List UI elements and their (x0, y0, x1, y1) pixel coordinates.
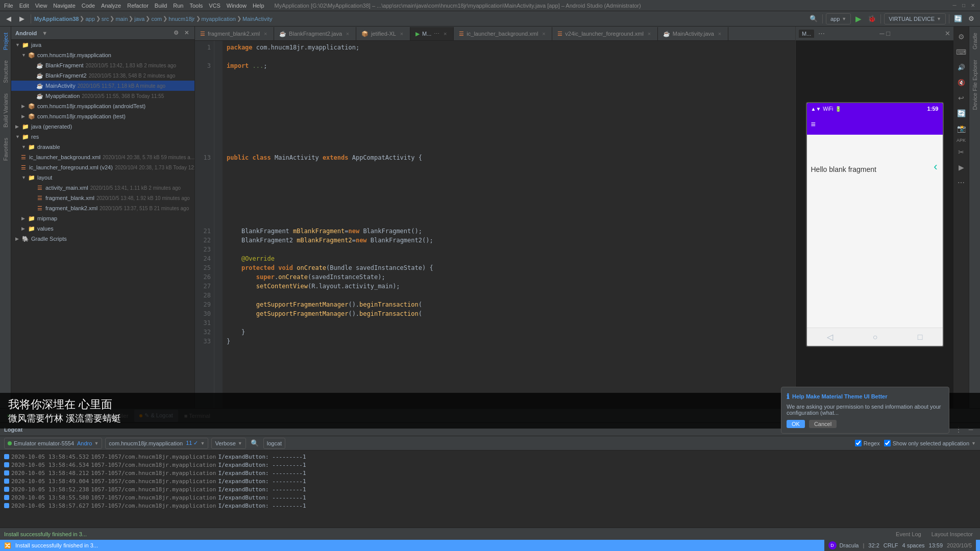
menu-file[interactable]: File (4, 3, 13, 9)
tab-close-6[interactable]: × (646, 31, 652, 37)
toolbar-back[interactable]: ◀ (3, 13, 14, 24)
tree-res-folder[interactable]: ▼ 📁 res (11, 132, 194, 142)
tree-drawable[interactable]: ▼ 📁 drawable (11, 142, 194, 152)
show-only-selected-group[interactable]: Show only selected application ▼ (884, 440, 976, 446)
emulator-minimize[interactable]: ─ (879, 30, 884, 37)
breadcrumb-project[interactable]: MyApplication38 (34, 16, 79, 22)
breadcrumb-com[interactable]: com (151, 16, 162, 22)
toolbar-sync[interactable]: 🔄 (952, 13, 964, 24)
tab-blank-fragment2-java[interactable]: ☕ BlankFragment2.java × (274, 27, 356, 40)
emu-ctrl-more[interactable]: ⋯ (955, 177, 967, 189)
project-panel-close[interactable]: ✕ (182, 29, 190, 37)
tab-main-activity-java[interactable]: ☕ MainActivity.java × (658, 27, 728, 40)
tree-blank-fragment[interactable]: ☕ BlankFragment 2020/10/5 13:42, 1.83 kB… (11, 60, 194, 70)
event-log-button[interactable]: Event Log (893, 530, 924, 538)
tab-close-4[interactable]: × (442, 31, 448, 37)
show-only-checkbox[interactable] (884, 440, 891, 446)
menu-refactor[interactable]: Refactor (127, 3, 149, 9)
emu-ctrl-volume-down[interactable]: 🔇 (955, 77, 967, 89)
emu-back-btn[interactable]: ‹ (934, 160, 937, 173)
tree-package-main[interactable]: ▼ 📦 com.hnucm18jr.myapplication (11, 50, 194, 60)
maximize-button[interactable]: □ (961, 3, 967, 9)
toolbar-search[interactable]: 🔍 (808, 13, 819, 24)
tree-java-folder[interactable]: ▼ 📁 java (11, 40, 194, 50)
device-dropdown[interactable]: VIRTUAL DEVICE ▼ (884, 13, 946, 24)
tree-ic-launcher-bg[interactable]: ☰ ic_launcher_background.xml 2020/10/4 2… (11, 152, 194, 162)
code-editor[interactable]: package com.hnucm18jr.myapplication; imp… (223, 41, 795, 408)
menu-code[interactable]: Code (82, 3, 95, 9)
tab-close-3[interactable]: × (399, 31, 405, 37)
emu-ctrl-screenshot[interactable]: 📸 (955, 122, 967, 135)
breadcrumb-main[interactable]: main (115, 16, 128, 22)
menu-view[interactable]: View (35, 3, 47, 9)
menu-build[interactable]: Build (155, 3, 167, 9)
breadcrumb-mainactivity[interactable]: MainActivity (242, 16, 273, 22)
run-config-dropdown[interactable]: app ▼ (826, 13, 851, 24)
tab-close-2[interactable]: × (345, 31, 351, 37)
emu-ctrl-play[interactable]: ▶ (955, 161, 967, 173)
menu-window[interactable]: Window (227, 3, 247, 9)
emu-ctrl-refresh[interactable]: 🔄 (955, 107, 967, 119)
notification-cancel-btn[interactable]: Cancel (809, 420, 837, 428)
logcat-filter-input[interactable]: logcat (263, 438, 285, 449)
layout-inspector-button[interactable]: Layout Inspector (928, 530, 976, 538)
project-panel-settings[interactable]: ⚙ (172, 29, 180, 37)
device-select-dropdown[interactable]: Emulator emulator-5554 Andro ▼ (4, 438, 102, 449)
notification-ok-btn[interactable]: OK (787, 420, 805, 428)
tab-jetified[interactable]: 📦 jetified-XL × (356, 27, 410, 40)
left-tab-favorites[interactable]: Favorites (1, 134, 10, 165)
tab-close-1[interactable]: × (262, 31, 268, 37)
tab-ic-launcher-bg[interactable]: ☰ ic_launcher_background.xml × (454, 27, 552, 40)
emu-ctrl-rotate[interactable]: ↩ (955, 92, 967, 104)
menu-edit[interactable]: Edit (19, 3, 29, 9)
tree-fragment-blank2-xml[interactable]: ☰ fragment_blank2.xml 2020/10/5 13:37, 5… (11, 203, 194, 213)
emu-nav-back[interactable]: ◁ (827, 332, 833, 342)
tab-ic-launcher-fg[interactable]: ☰ v24ic_launcher_foreground.xml × (552, 27, 657, 40)
close-button[interactable]: ✕ (970, 3, 976, 9)
regex-checkbox[interactable] (855, 440, 862, 446)
emulator-maximize[interactable]: □ (886, 30, 890, 37)
debug-button[interactable]: 🐞 (866, 13, 877, 24)
tree-mipmap[interactable]: ▶ 📁 mipmap (11, 213, 194, 223)
left-tab-structure[interactable]: Structure (1, 56, 10, 87)
menu-tools[interactable]: Tools (189, 3, 203, 9)
breadcrumb-src[interactable]: src (102, 16, 109, 22)
regex-checkbox-group[interactable]: Regex (855, 440, 880, 446)
package-select-dropdown[interactable]: com.hnucm18jr.myapplication 11 ✓ ▼ (105, 438, 208, 449)
tab-fragment-blank2-xml[interactable]: ☰ fragment_blank2.xml × (195, 27, 274, 40)
tree-ic-launcher-fg[interactable]: ☰ ic_launcher_foreground.xml (v24) 2020/… (11, 162, 194, 172)
right-tab-device-file[interactable]: Device File Explorer (970, 56, 979, 114)
tab-m-active[interactable]: ▶ M... ⋯ × (410, 27, 454, 40)
breadcrumb-pkg[interactable]: hnucm18jr (168, 16, 194, 22)
toolbar-forward[interactable]: ▶ (16, 13, 28, 24)
menu-analyze[interactable]: Analyze (101, 3, 121, 9)
tree-main-activity[interactable]: ☕ MainActivity 2020/10/5 11:57, 1.18 kB … (11, 81, 194, 91)
tree-values[interactable]: ▶ 📁 values (11, 223, 194, 234)
breadcrumb-java[interactable]: java (134, 16, 144, 22)
project-dropdown-arrow[interactable]: ▼ (42, 30, 47, 36)
right-tab-gradle[interactable]: Gradle (970, 29, 979, 54)
breadcrumb-myapp[interactable]: myapplication (202, 16, 236, 22)
minimize-button[interactable]: ─ (951, 3, 958, 9)
menu-navigate[interactable]: Navigate (53, 3, 75, 9)
tree-myapplication[interactable]: ☕ Myapplication 2020/10/5 11:55, 368 B T… (11, 91, 194, 101)
emu-ctrl-apk[interactable]: APK (955, 138, 967, 143)
menu-vcs[interactable]: VCS (209, 3, 220, 9)
tree-test[interactable]: ▶ 📦 com.hnucm18jr.myapplication (test) (11, 111, 194, 121)
run-button[interactable]: ▶ (853, 13, 864, 24)
menu-help[interactable]: Help (253, 3, 264, 9)
emu-nav-recents[interactable]: □ (918, 333, 923, 342)
window-controls[interactable]: ─ □ ✕ (951, 3, 976, 9)
logcat-search-btn[interactable]: 🔍 (249, 438, 260, 449)
tree-activity-main[interactable]: ☰ activity_main.xml 2020/10/5 13:41, 1.1… (11, 183, 194, 193)
tree-gradle-scripts[interactable]: ▶ 🐘 Gradle Scripts (11, 234, 194, 244)
emu-ctrl-cut[interactable]: ✂ (955, 146, 967, 158)
tab-close-7[interactable]: × (717, 31, 723, 37)
breadcrumb-app[interactable]: app (85, 16, 94, 22)
log-level-dropdown[interactable]: Verbose ▼ (211, 438, 246, 449)
menu-run[interactable]: Run (173, 3, 183, 9)
tab-close-5[interactable]: × (541, 31, 547, 37)
menu-bar[interactable]: File Edit View Navigate Code Analyze Ref… (4, 3, 264, 9)
tab-m-dots[interactable]: ⋯ (434, 31, 439, 37)
emu-ctrl-volume-up[interactable]: 🔊 (955, 61, 967, 73)
